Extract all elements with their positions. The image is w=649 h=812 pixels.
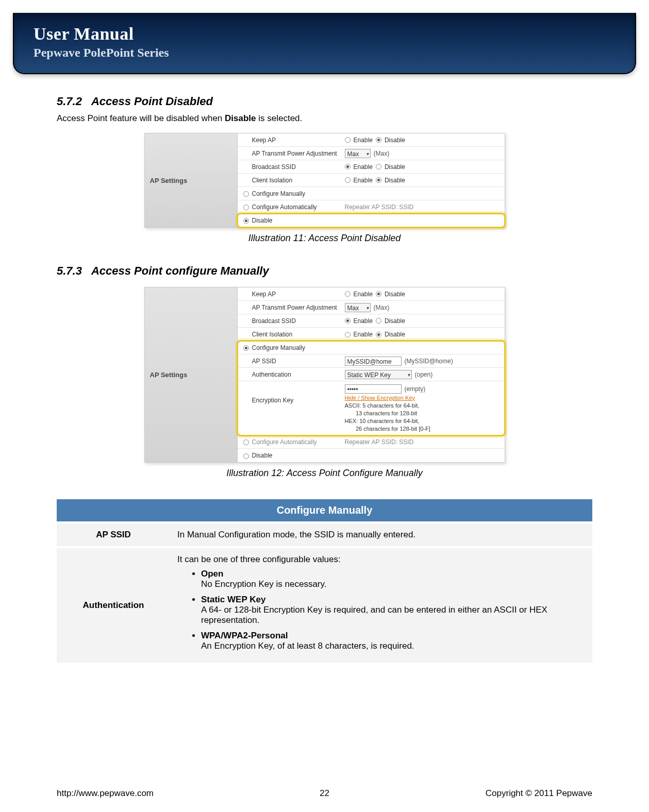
bcast-label: Broadcast SSID [252,163,345,171]
tx-adj-select-2[interactable]: Max [345,303,371,312]
iso-enable-radio[interactable] [345,177,351,183]
page-footer: http://www.pepwave.com 22 Copyright © 20… [57,788,592,799]
keep-ap-enable-radio[interactable] [345,137,351,143]
cfg-row-apssid-key: AP SSID [57,522,170,547]
iso-enable-radio-2[interactable] [345,332,351,337]
enable-text-6: Enable [354,331,373,338]
cfg-auto-radio-2[interactable] [243,439,249,445]
iso-label: Client Isolation [252,177,345,184]
enable-text: Enable [354,137,373,144]
illustration-12-caption: Illustration 12: Access Point Configure … [57,468,592,479]
cfg-table-header: Configure Manually [57,499,592,522]
cfg-row-auth-intro: It can be one of three configurable valu… [177,554,341,564]
cfg-auth-item-open: Open No Encryption Key is necessary. [201,569,585,589]
section-572-title: Access Point Disabled [91,95,213,108]
enable-text-3: Enable [354,177,373,184]
bcast-enable-radio[interactable] [345,164,351,170]
section-573-heading: 5.7.3 Access Point configure Manually [57,264,592,278]
cfg-auth-item-open-title: Open [201,569,585,579]
cfg-auto-label-2: Configure Automatically [252,438,345,446]
cfg-manual-radio[interactable] [243,191,249,197]
cfg-auth-item-wep-desc: A 64- or 128-bit Encryption Key is requi… [201,605,547,625]
cfg-row-auth-key: Authentication [57,547,170,663]
keep-ap-enable-radio-2[interactable] [345,291,351,297]
enc-key-input[interactable]: ••••• [345,384,402,394]
row-cfg-man: Configure Manually [238,187,505,200]
tx-adj-select[interactable]: Max [345,149,371,158]
section-573-title: Access Point configure Manually [91,264,269,278]
auth-select[interactable]: Static WEP Key [345,370,412,379]
keep-ap-label: Keep AP [252,137,345,144]
enc-help-4: 26 characters for 128-bit [0-F] [356,426,430,432]
cfg-man-label: Configure Manually [252,190,345,197]
ap-ssid-label: AP SSID [252,358,345,365]
disable-text: Disable [385,137,405,144]
cfg-auth-item-wpa-desc: An Encryption Key, of at least 8 charact… [201,641,414,651]
ap-settings-label-2: AP Settings [145,287,238,462]
row-iso: Client Isolation Enable Disable [238,174,505,187]
row-iso-2: Client Isolation Enable Disable [238,328,505,341]
disable-row-label: Disable [252,217,345,224]
row-keep-ap: Keep AP Enable Disable [238,133,505,147]
repeater-text-2: Repeater AP SSID: SSID [345,438,502,446]
cfg-manual-radio-2[interactable] [243,345,249,351]
row-tx-adj-2: AP Transmit Power Adjustment Max (Max) [238,301,505,314]
tx-adj-label: AP Transmit Power Adjustment [252,150,345,157]
enc-help-1: ASCII: 5 characters for 64-bit, [345,402,420,409]
doc-title: User Manual [34,24,615,44]
footer-url: http://www.pepwave.com [57,788,154,799]
row-bcast-2: Broadcast SSID Enable Disable [238,314,505,328]
bcast-enable-radio-2[interactable] [345,318,351,324]
row-enc: Encryption Key ••••• (empty) Hide / Show… [238,381,505,435]
cfg-auth-item-wpa-title: WPA/WPA2-Personal [201,631,585,641]
row-cfg-auto: Configure Automatically Repeater AP SSID… [238,200,505,214]
body-post: is selected. [256,113,303,123]
bcast-disable-radio-2[interactable] [376,318,381,324]
section-572-num: 5.7.2 [57,95,82,108]
ap-ssid-input[interactable]: MySSID@home [345,357,402,366]
configure-manually-table: Configure Manually AP SSID In Manual Con… [57,499,592,663]
enc-label: Encryption Key [252,384,345,404]
doc-header: User Manual Pepwave PolePoint Series [13,13,636,74]
cfg-row-auth-val: It can be one of three configurable valu… [170,547,592,663]
section-572-body: Access Point feature will be disabled wh… [57,113,592,124]
tx-adj-hint: (Max) [374,150,390,157]
cfg-disable-radio[interactable] [243,218,249,224]
row-cfg-man-2: Configure Manually [238,341,505,354]
repeater-text: Repeater AP SSID: SSID [345,204,502,211]
disable-text-2: Disable [385,163,405,171]
illustration-12-panel: AP Settings Keep AP Enable Disable AP Tr… [144,287,505,463]
keep-ap-disable-radio-2[interactable] [376,291,381,297]
cfg-auth-item-open-desc: No Encryption Key is necessary. [201,579,326,589]
disable-text-4: Disable [385,291,405,298]
disable-text-3: Disable [385,177,405,184]
illustration-11-panel: AP Settings Keep AP Enable Disable AP Tr… [144,133,505,228]
bcast-disable-radio[interactable] [376,164,381,170]
row-auth: Authentication Static WEP Key (open) [238,368,505,381]
doc-subtitle: Pepwave PolePoint Series [34,46,615,60]
ap-settings-label: AP Settings [145,133,238,227]
row-disable-2: Disable [238,449,505,462]
tx-adj-label-2: AP Transmit Power Adjustment [252,304,345,311]
row-tx-adj: AP Transmit Power Adjustment Max (Max) [238,147,505,160]
ap-ssid-hint: (MySSID@home) [405,358,453,365]
row-ap-ssid: AP SSID MySSID@home (MySSID@home) [238,354,505,368]
cfg-man-label-2: Configure Manually [252,344,345,351]
disable-text-6: Disable [385,331,405,338]
cfg-row-auth: Authentication It can be one of three co… [57,547,592,663]
page-content: 5.7.2 Access Point Disabled Access Point… [0,95,649,663]
iso-disable-radio-2[interactable] [376,332,381,337]
cfg-disable-radio-2[interactable] [243,453,249,459]
iso-label-2: Client Isolation [252,331,345,338]
tx-adj-hint-2: (Max) [374,304,390,311]
disable-text-5: Disable [385,317,405,325]
toggle-enc-key-link[interactable]: Hide / Show Encryption Key [345,395,415,401]
cfg-auth-item-wep: Static WEP Key A 64- or 128-bit Encrypti… [201,595,585,625]
cfg-auth-item-wep-title: Static WEP Key [201,595,585,605]
iso-disable-radio[interactable] [376,177,381,183]
cfg-auth-item-wpa: WPA/WPA2-Personal An Encryption Key, of … [201,631,585,651]
keep-ap-disable-radio[interactable] [376,137,381,143]
bcast-label-2: Broadcast SSID [252,317,345,325]
cfg-auto-radio[interactable] [243,205,249,210]
body-bold: Disable [225,113,256,123]
